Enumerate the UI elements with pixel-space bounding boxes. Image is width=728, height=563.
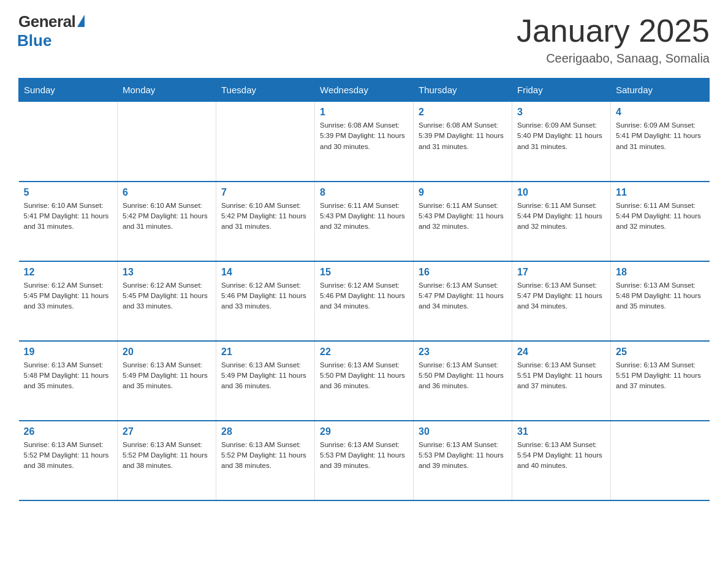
day-info: Sunrise: 6:08 AM Sunset: 5:39 PM Dayligh… xyxy=(320,120,408,152)
day-number: 21 xyxy=(221,347,309,358)
day-info: Sunrise: 6:10 AM Sunset: 5:42 PM Dayligh… xyxy=(221,201,309,232)
day-number: 31 xyxy=(517,426,605,437)
calendar-cell: 10Sunrise: 6:11 AM Sunset: 5:44 PM Dayli… xyxy=(512,182,611,261)
weekday-header-row: SundayMondayTuesdayWednesdayThursdayFrid… xyxy=(19,79,710,102)
calendar-cell: 30Sunrise: 6:13 AM Sunset: 5:53 PM Dayli… xyxy=(414,421,512,500)
calendar-cell: 1Sunrise: 6:08 AM Sunset: 5:39 PM Daylig… xyxy=(315,102,414,182)
calendar-cell: 31Sunrise: 6:13 AM Sunset: 5:54 PM Dayli… xyxy=(512,421,611,500)
calendar-cell xyxy=(216,102,315,182)
calendar-title: January 2025 xyxy=(517,12,710,49)
day-number: 7 xyxy=(221,187,309,198)
day-info: Sunrise: 6:10 AM Sunset: 5:41 PM Dayligh… xyxy=(24,201,113,232)
calendar-cell: 28Sunrise: 6:13 AM Sunset: 5:52 PM Dayli… xyxy=(216,421,315,500)
day-info: Sunrise: 6:13 AM Sunset: 5:48 PM Dayligh… xyxy=(616,280,705,312)
day-info: Sunrise: 6:13 AM Sunset: 5:54 PM Dayligh… xyxy=(517,440,605,472)
day-number: 30 xyxy=(419,426,507,437)
day-number: 13 xyxy=(123,267,211,278)
day-number: 23 xyxy=(419,347,507,358)
day-number: 29 xyxy=(320,426,408,437)
day-info: Sunrise: 6:13 AM Sunset: 5:51 PM Dayligh… xyxy=(517,360,605,392)
day-number: 28 xyxy=(221,426,309,437)
day-info: Sunrise: 6:13 AM Sunset: 5:52 PM Dayligh… xyxy=(123,440,211,472)
logo-triangle-icon xyxy=(77,15,85,27)
title-section: January 2025 Ceerigaabo, Sanaag, Somalia xyxy=(517,12,710,66)
calendar-cell: 24Sunrise: 6:13 AM Sunset: 5:51 PM Dayli… xyxy=(512,341,611,421)
day-info: Sunrise: 6:13 AM Sunset: 5:53 PM Dayligh… xyxy=(419,440,507,472)
calendar-cell: 19Sunrise: 6:13 AM Sunset: 5:48 PM Dayli… xyxy=(19,341,118,421)
calendar-cell xyxy=(19,102,118,182)
day-info: Sunrise: 6:09 AM Sunset: 5:41 PM Dayligh… xyxy=(616,120,705,152)
calendar-week-row: 26Sunrise: 6:13 AM Sunset: 5:52 PM Dayli… xyxy=(19,421,710,500)
day-info: Sunrise: 6:12 AM Sunset: 5:46 PM Dayligh… xyxy=(221,280,309,312)
day-info: Sunrise: 6:13 AM Sunset: 5:52 PM Dayligh… xyxy=(24,440,113,472)
day-number: 20 xyxy=(123,347,211,358)
day-number: 14 xyxy=(221,267,309,278)
day-number: 16 xyxy=(419,267,507,278)
day-number: 15 xyxy=(320,267,408,278)
calendar-week-row: 19Sunrise: 6:13 AM Sunset: 5:48 PM Dayli… xyxy=(19,341,710,421)
page-header: General Blue January 2025 Ceerigaabo, Sa… xyxy=(18,12,710,66)
weekday-header-thursday: Thursday xyxy=(414,79,512,102)
calendar-cell: 5Sunrise: 6:10 AM Sunset: 5:41 PM Daylig… xyxy=(19,182,118,261)
calendar-cell: 23Sunrise: 6:13 AM Sunset: 5:50 PM Dayli… xyxy=(414,341,512,421)
day-number: 5 xyxy=(24,187,113,198)
day-info: Sunrise: 6:13 AM Sunset: 5:50 PM Dayligh… xyxy=(419,360,507,392)
day-info: Sunrise: 6:11 AM Sunset: 5:44 PM Dayligh… xyxy=(616,201,705,232)
logo-blue-text: Blue xyxy=(17,31,51,50)
day-number: 10 xyxy=(517,187,605,198)
day-info: Sunrise: 6:12 AM Sunset: 5:46 PM Dayligh… xyxy=(320,280,408,312)
calendar-cell: 13Sunrise: 6:12 AM Sunset: 5:45 PM Dayli… xyxy=(118,261,216,341)
calendar-cell xyxy=(118,102,216,182)
day-info: Sunrise: 6:11 AM Sunset: 5:43 PM Dayligh… xyxy=(419,201,507,232)
calendar-cell xyxy=(611,421,710,500)
calendar-cell: 12Sunrise: 6:12 AM Sunset: 5:45 PM Dayli… xyxy=(19,261,118,341)
weekday-header-saturday: Saturday xyxy=(611,79,710,102)
calendar-subtitle: Ceerigaabo, Sanaag, Somalia xyxy=(517,52,710,66)
day-number: 12 xyxy=(24,267,113,278)
day-number: 24 xyxy=(517,347,605,358)
day-number: 19 xyxy=(24,347,113,358)
calendar-cell: 26Sunrise: 6:13 AM Sunset: 5:52 PM Dayli… xyxy=(19,421,118,500)
weekday-header-tuesday: Tuesday xyxy=(216,79,315,102)
day-info: Sunrise: 6:13 AM Sunset: 5:48 PM Dayligh… xyxy=(24,360,113,392)
day-info: Sunrise: 6:09 AM Sunset: 5:40 PM Dayligh… xyxy=(517,120,605,152)
weekday-header-monday: Monday xyxy=(118,79,216,102)
day-info: Sunrise: 6:10 AM Sunset: 5:42 PM Dayligh… xyxy=(123,201,211,232)
day-info: Sunrise: 6:08 AM Sunset: 5:39 PM Dayligh… xyxy=(419,120,507,152)
day-number: 26 xyxy=(24,426,113,437)
calendar-cell: 17Sunrise: 6:13 AM Sunset: 5:47 PM Dayli… xyxy=(512,261,611,341)
day-info: Sunrise: 6:13 AM Sunset: 5:49 PM Dayligh… xyxy=(221,360,309,392)
day-info: Sunrise: 6:13 AM Sunset: 5:53 PM Dayligh… xyxy=(320,440,408,472)
calendar-cell: 8Sunrise: 6:11 AM Sunset: 5:43 PM Daylig… xyxy=(315,182,414,261)
calendar-cell: 27Sunrise: 6:13 AM Sunset: 5:52 PM Dayli… xyxy=(118,421,216,500)
day-info: Sunrise: 6:13 AM Sunset: 5:47 PM Dayligh… xyxy=(419,280,507,312)
calendar-cell: 7Sunrise: 6:10 AM Sunset: 5:42 PM Daylig… xyxy=(216,182,315,261)
calendar-week-row: 12Sunrise: 6:12 AM Sunset: 5:45 PM Dayli… xyxy=(19,261,710,341)
day-info: Sunrise: 6:13 AM Sunset: 5:49 PM Dayligh… xyxy=(123,360,211,392)
day-number: 18 xyxy=(616,267,705,278)
calendar-week-row: 1Sunrise: 6:08 AM Sunset: 5:39 PM Daylig… xyxy=(19,102,710,182)
calendar-cell: 22Sunrise: 6:13 AM Sunset: 5:50 PM Dayli… xyxy=(315,341,414,421)
calendar-cell: 29Sunrise: 6:13 AM Sunset: 5:53 PM Dayli… xyxy=(315,421,414,500)
day-info: Sunrise: 6:11 AM Sunset: 5:43 PM Dayligh… xyxy=(320,201,408,232)
day-number: 4 xyxy=(616,107,705,118)
calendar-cell: 16Sunrise: 6:13 AM Sunset: 5:47 PM Dayli… xyxy=(414,261,512,341)
day-number: 17 xyxy=(517,267,605,278)
day-number: 3 xyxy=(517,107,605,118)
weekday-header-friday: Friday xyxy=(512,79,611,102)
day-number: 2 xyxy=(419,107,507,118)
day-number: 11 xyxy=(616,187,705,198)
calendar-cell: 3Sunrise: 6:09 AM Sunset: 5:40 PM Daylig… xyxy=(512,102,611,182)
day-info: Sunrise: 6:13 AM Sunset: 5:47 PM Dayligh… xyxy=(517,280,605,312)
day-info: Sunrise: 6:12 AM Sunset: 5:45 PM Dayligh… xyxy=(123,280,211,312)
day-number: 1 xyxy=(320,107,408,118)
calendar-cell: 2Sunrise: 6:08 AM Sunset: 5:39 PM Daylig… xyxy=(414,102,512,182)
calendar-table: SundayMondayTuesdayWednesdayThursdayFrid… xyxy=(18,78,710,501)
calendar-cell: 14Sunrise: 6:12 AM Sunset: 5:46 PM Dayli… xyxy=(216,261,315,341)
logo: General Blue xyxy=(18,12,85,50)
calendar-cell: 15Sunrise: 6:12 AM Sunset: 5:46 PM Dayli… xyxy=(315,261,414,341)
calendar-week-row: 5Sunrise: 6:10 AM Sunset: 5:41 PM Daylig… xyxy=(19,182,710,261)
weekday-header-wednesday: Wednesday xyxy=(315,79,414,102)
weekday-header-sunday: Sunday xyxy=(19,79,118,102)
day-info: Sunrise: 6:13 AM Sunset: 5:51 PM Dayligh… xyxy=(616,360,705,392)
